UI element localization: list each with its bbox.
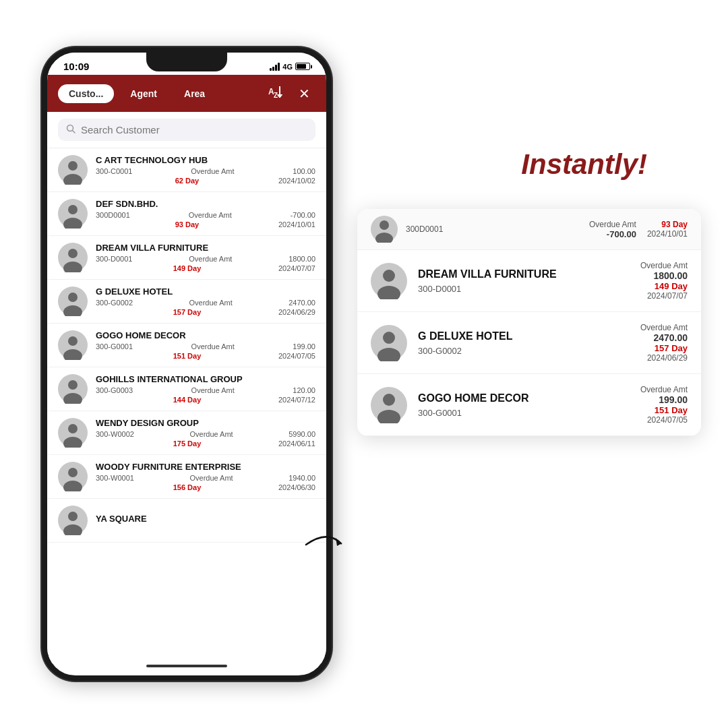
customer-avatar bbox=[58, 418, 88, 448]
app-header: Custo... Agent Area A Z ✕ bbox=[47, 75, 326, 112]
overdue-amount: 1940.00 bbox=[289, 474, 315, 482]
customer-info: GOGO HOME DECOR 300-G0001 Overdue Amt 19… bbox=[96, 330, 315, 360]
exp-day: 151 Day bbox=[640, 405, 688, 415]
overdue-label: Overdue Amt bbox=[189, 255, 232, 263]
customer-item[interactable]: WOODY FURNITURE ENTERPRISE 300-W0001 Ove… bbox=[47, 455, 326, 499]
overdue-date: 2024/10/02 bbox=[278, 177, 315, 185]
customer-name: C ART TECHNOLOGY HUB bbox=[96, 155, 315, 165]
header-code: 300D0001 bbox=[406, 224, 589, 234]
overdue-label: Overdue Amt bbox=[189, 474, 233, 482]
customer-item[interactable]: G DELUXE HOTEL 300-G0002 Overdue Amt 247… bbox=[47, 280, 326, 324]
customer-item[interactable]: DEF SDN.BHD. 300D0001 Overdue Amt -700.0… bbox=[47, 192, 326, 236]
overdue-row: 156 Day 2024/06/30 bbox=[96, 483, 315, 491]
customer-name: DEF SDN.BHD. bbox=[96, 199, 315, 209]
search-input[interactable] bbox=[81, 124, 307, 135]
svg-point-33 bbox=[380, 220, 389, 230]
expanded-list-item[interactable]: GOGO HOME DECOR 300-G0001 Overdue Amt 19… bbox=[357, 374, 701, 436]
header-overdue-label: Overdue Amt bbox=[589, 220, 636, 229]
overdue-date: 2024/06/30 bbox=[278, 483, 315, 491]
tab-agent[interactable]: Agent bbox=[119, 84, 168, 103]
customer-details: 300-W0002 Overdue Amt 5990.00 bbox=[96, 430, 315, 438]
exp-date: 2024/06/29 bbox=[640, 353, 688, 363]
overdue-day: 151 Day bbox=[173, 352, 202, 360]
customer-name: GOGO HOME DECOR bbox=[96, 330, 315, 340]
side-button-volume1 bbox=[42, 174, 43, 208]
customer-code: 300-G0003 bbox=[96, 386, 133, 394]
customer-code: 300-W0002 bbox=[96, 430, 134, 438]
home-indicator bbox=[146, 665, 227, 667]
customer-item[interactable]: WENDY DESIGN GROUP 300-W0002 Overdue Amt… bbox=[47, 411, 326, 455]
exp-info: G DELUXE HOTEL 300-G0002 bbox=[418, 330, 630, 356]
exp-date: 2024/07/07 bbox=[640, 291, 688, 301]
overdue-amount: 2470.00 bbox=[289, 299, 315, 307]
sort-button[interactable]: A Z bbox=[262, 82, 288, 105]
customer-code: 300-C0001 bbox=[96, 167, 132, 175]
search-input-wrap[interactable] bbox=[58, 119, 315, 141]
exp-code: 300-G0002 bbox=[418, 346, 630, 356]
overdue-row: 175 Day 2024/06/11 bbox=[96, 439, 315, 448]
svg-point-27 bbox=[68, 468, 78, 477]
exp-avatar-icon bbox=[371, 263, 407, 299]
customer-info: WENDY DESIGN GROUP 300-W0002 Overdue Amt… bbox=[96, 418, 315, 448]
network-badge: 4G bbox=[282, 63, 293, 71]
customer-info: DEF SDN.BHD. 300D0001 Overdue Amt -700.0… bbox=[96, 199, 315, 229]
status-icons: 4G bbox=[270, 63, 310, 71]
customer-details: 300-G0002 Overdue Amt 2470.00 bbox=[96, 299, 315, 307]
overdue-amount: 120.00 bbox=[293, 386, 315, 394]
customer-avatar bbox=[58, 199, 88, 229]
svg-point-36 bbox=[383, 270, 395, 282]
phone-notch bbox=[146, 53, 227, 71]
exp-info: DREAM VILLA FURNITURE 300-D0001 bbox=[418, 268, 630, 294]
svg-point-6 bbox=[68, 161, 78, 171]
overdue-row: 62 Day 2024/10/02 bbox=[96, 177, 315, 185]
status-time: 10:09 bbox=[63, 61, 89, 72]
customer-name: DREAM VILLA FURNITURE bbox=[96, 243, 315, 253]
customer-code: 300-W0001 bbox=[96, 474, 134, 482]
expanded-header-row: 300D0001 Overdue Amt -700.00 93 Day 2024… bbox=[357, 209, 701, 250]
customer-item[interactable]: DREAM VILLA FURNITURE 300-D0001 Overdue … bbox=[47, 236, 326, 280]
customer-item[interactable]: GOHILLS INTERNATIONAL GROUP 300-G0003 Ov… bbox=[47, 367, 326, 411]
exp-name: GOGO HOME DECOR bbox=[418, 392, 630, 404]
exp-overdue-label: Overdue Amt bbox=[640, 385, 688, 394]
exp-amount: 199.00 bbox=[640, 394, 688, 405]
exp-name: G DELUXE HOTEL bbox=[418, 330, 630, 342]
customer-code: 300-G0001 bbox=[96, 342, 133, 351]
customer-item[interactable]: C ART TECHNOLOGY HUB 300-C0001 Overdue A… bbox=[47, 148, 326, 192]
overdue-amount: 100.00 bbox=[293, 167, 315, 175]
tab-customer[interactable]: Custo... bbox=[58, 84, 114, 103]
customer-info: G DELUXE HOTEL 300-G0002 Overdue Amt 247… bbox=[96, 286, 315, 316]
exp-name: DREAM VILLA FURNITURE bbox=[418, 268, 630, 280]
customer-avatar bbox=[58, 330, 88, 360]
customer-list: C ART TECHNOLOGY HUB 300-C0001 Overdue A… bbox=[47, 148, 326, 663]
customer-name: GOHILLS INTERNATIONAL GROUP bbox=[96, 374, 315, 384]
overdue-date: 2024/10/01 bbox=[278, 220, 315, 229]
close-button[interactable]: ✕ bbox=[293, 83, 315, 104]
overdue-label: Overdue Amt bbox=[189, 299, 233, 307]
customer-info: WOODY FURNITURE ENTERPRISE 300-W0001 Ove… bbox=[96, 462, 315, 491]
customer-avatar bbox=[58, 506, 88, 535]
overdue-row: 157 Day 2024/06/29 bbox=[96, 308, 315, 316]
overdue-day: 144 Day bbox=[173, 396, 202, 404]
customer-item[interactable]: GOGO HOME DECOR 300-G0001 Overdue Amt 19… bbox=[47, 324, 326, 367]
customer-details: 300D0001 Overdue Amt -700.00 bbox=[96, 211, 315, 219]
overdue-date: 2024/07/12 bbox=[278, 396, 315, 404]
overdue-date: 2024/07/05 bbox=[278, 352, 315, 360]
expanded-list-item[interactable]: G DELUXE HOTEL 300-G0002 Overdue Amt 247… bbox=[357, 312, 701, 374]
tab-area[interactable]: Area bbox=[173, 84, 216, 103]
expanded-list-item[interactable]: DREAM VILLA FURNITURE 300-D0001 Overdue … bbox=[357, 250, 701, 312]
customer-avatar bbox=[58, 155, 88, 185]
exp-code: 300-D0001 bbox=[418, 284, 630, 294]
signal-bars-icon bbox=[270, 63, 280, 71]
header-amount: -700.00 bbox=[589, 229, 636, 239]
customer-details: 300-W0001 Overdue Amt 1940.00 bbox=[96, 474, 315, 482]
svg-point-21 bbox=[68, 380, 78, 390]
exp-info: GOGO HOME DECOR 300-G0001 bbox=[418, 392, 630, 418]
customer-item[interactable]: YA SQUARE bbox=[47, 499, 326, 543]
svg-point-30 bbox=[68, 512, 78, 521]
side-button-power bbox=[330, 201, 332, 268]
overdue-label: Overdue Amt bbox=[189, 211, 232, 219]
overdue-row: 93 Day 2024/10/01 bbox=[96, 220, 315, 229]
battery-fill bbox=[297, 64, 306, 69]
customer-name: G DELUXE HOTEL bbox=[96, 286, 315, 297]
customer-name: WOODY FURNITURE ENTERPRISE bbox=[96, 462, 315, 472]
